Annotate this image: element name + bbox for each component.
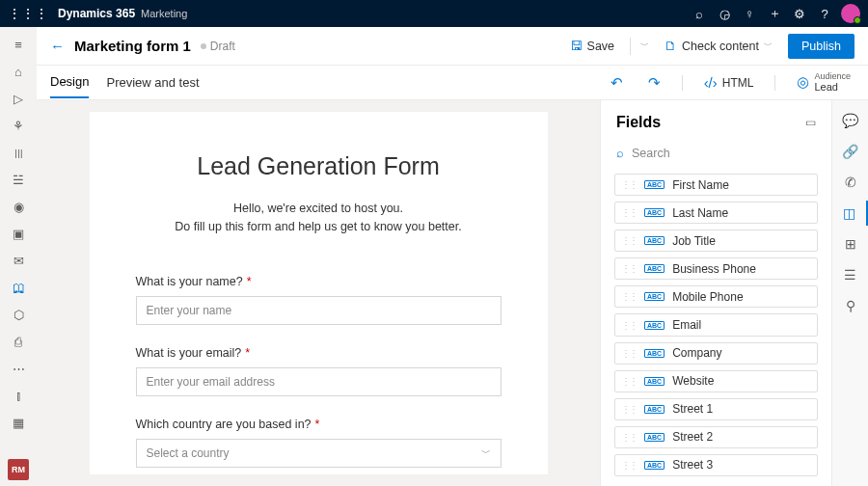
- status-badge: Draft: [201, 40, 235, 53]
- check-content-button[interactable]: 🗋Check content﹀: [659, 35, 778, 57]
- intro-line-1: Hello, we're excited to host you.: [136, 200, 502, 218]
- field-item[interactable]: ⋮⋮ABCStreet 3: [614, 454, 818, 476]
- home-icon[interactable]: ⌂: [5, 60, 32, 83]
- field-type-badge: ABC: [644, 180, 665, 189]
- field-item-label: Street 1: [672, 402, 713, 416]
- mail-icon[interactable]: ✉: [5, 249, 32, 272]
- elements-icon[interactable]: ◫: [833, 201, 868, 226]
- brand-name: Dynamics 365: [58, 7, 135, 20]
- field-item[interactable]: ⋮⋮ABCCompany: [614, 342, 818, 364]
- chevron-down-icon: ﹀: [764, 40, 773, 52]
- drag-handle-icon: ⋮⋮: [621, 460, 637, 471]
- chat-icon[interactable]: 💬: [838, 108, 863, 133]
- drag-handle-icon: ⋮⋮: [621, 432, 637, 443]
- task-icon[interactable]: ◶: [712, 7, 737, 21]
- field-type-badge: ABC: [644, 433, 665, 442]
- check-label: Check content: [682, 40, 759, 53]
- form-canvas[interactable]: Lead Generation Form Hello, we're excite…: [90, 112, 548, 474]
- audience-label: Audience: [814, 72, 851, 82]
- settings-icon[interactable]: ⚙: [787, 7, 812, 21]
- save-label: Save: [587, 40, 615, 53]
- attach-icon[interactable]: ⚲: [838, 293, 863, 318]
- form-settings-icon[interactable]: ▭: [805, 116, 816, 129]
- field-item-label: Job Title: [672, 234, 716, 248]
- app-launcher-icon[interactable]: ⋮⋮⋮: [8, 6, 48, 21]
- code-icon: ‹/›: [704, 74, 718, 91]
- save-dropdown[interactable]: ﹀: [640, 40, 649, 52]
- name-input[interactable]: Enter your name: [136, 296, 502, 325]
- field-item[interactable]: ⋮⋮ABCEmail: [614, 313, 818, 336]
- field-label: What is your email?: [136, 346, 242, 360]
- field-item-label: Mobile Phone: [672, 290, 743, 304]
- save-button[interactable]: 🖫Save: [564, 35, 621, 57]
- check-icon: 🗋: [665, 39, 677, 53]
- field-item[interactable]: ⋮⋮ABCStreet 2: [614, 426, 818, 448]
- forms-icon[interactable]: 🕮: [5, 276, 32, 299]
- link-icon[interactable]: 🔗: [838, 139, 863, 164]
- global-topbar: ⋮⋮⋮ Dynamics 365 Marketing ⌕ ◶ ♀ ＋ ⚙ ?: [0, 0, 868, 27]
- publish-button[interactable]: Publish: [788, 34, 854, 59]
- area-switcher[interactable]: RM: [8, 459, 29, 480]
- field-email[interactable]: What is your email?* Enter your email ad…: [136, 346, 502, 396]
- search-icon: ⌕: [616, 147, 624, 160]
- field-item[interactable]: ⋮⋮ABCWebsite: [614, 370, 818, 392]
- audience-button[interactable]: ◎ AudienceLead: [793, 72, 854, 94]
- field-name[interactable]: What is your name?* Enter your name: [136, 275, 502, 325]
- fields-panel: Fields ▭ ⌕ Search ⋮⋮ABCFirst Name⋮⋮ABCLa…: [600, 100, 831, 486]
- field-item[interactable]: ⋮⋮ABCFirst Name: [614, 174, 818, 196]
- fields-search[interactable]: ⌕ Search: [614, 143, 818, 164]
- chevron-down-icon: ﹀: [481, 446, 491, 460]
- intro-line-2: Do fill up this form and help us get to …: [136, 218, 502, 236]
- app-area: Marketing: [141, 8, 187, 19]
- journey-icon[interactable]: ⚘: [5, 114, 32, 137]
- command-bar: ← Marketing form 1 Draft 🖫Save ﹀ 🗋Check …: [37, 27, 868, 66]
- add-element-icon[interactable]: ⊞: [838, 231, 863, 256]
- tab-preview[interactable]: Preview and test: [106, 68, 199, 97]
- field-item[interactable]: ⋮⋮ABCStreet 1: [614, 398, 818, 420]
- add-icon[interactable]: ＋: [762, 5, 787, 22]
- tab-design[interactable]: Design: [50, 67, 89, 98]
- email-input[interactable]: Enter your email address: [136, 367, 502, 396]
- tab-bar: Design Preview and test ↶ ↷ ‹/›HTML ◎ Au…: [37, 66, 868, 100]
- back-button[interactable]: ←: [50, 38, 65, 54]
- drag-handle-icon: ⋮⋮: [621, 179, 637, 190]
- field-label: What is your name?: [136, 275, 243, 288]
- field-item[interactable]: ⋮⋮ABCJob Title: [614, 230, 818, 252]
- asset-icon[interactable]: ▦: [5, 411, 32, 434]
- assistant-icon[interactable]: ♀: [737, 7, 762, 21]
- required-indicator: *: [315, 418, 320, 431]
- analytics-icon[interactable]: ⫼: [5, 141, 32, 164]
- field-item[interactable]: ⋮⋮ABCBusiness Phone: [614, 257, 818, 280]
- drag-handle-icon: ⋮⋮: [621, 404, 637, 415]
- play-icon[interactable]: ▷: [5, 87, 32, 110]
- library-icon[interactable]: ⎙: [5, 330, 32, 353]
- field-country[interactable]: Which country are you based in?* Select …: [136, 418, 502, 468]
- redo-button[interactable]: ↷: [644, 74, 665, 92]
- form-heading: Lead Generation Form: [136, 152, 502, 180]
- fields-list: ⋮⋮ABCFirst Name⋮⋮ABCLast Name⋮⋮ABCJob Ti…: [601, 174, 831, 486]
- avatar[interactable]: [841, 4, 860, 23]
- drag-handle-icon: ⋮⋮: [621, 207, 637, 218]
- drag-handle-icon: ⋮⋮: [621, 291, 637, 302]
- field-item[interactable]: ⋮⋮ABCMobile Phone: [614, 285, 818, 308]
- filter-icon[interactable]: ☱: [5, 168, 32, 191]
- report-icon[interactable]: ⫿: [5, 384, 32, 407]
- field-item[interactable]: ⋮⋮ABCLast Name: [614, 202, 818, 224]
- field-type-badge: ABC: [644, 264, 665, 273]
- phone-icon[interactable]: ✆: [838, 170, 863, 195]
- field-label: Which country are you based in?: [136, 418, 312, 431]
- list-icon[interactable]: ☰: [838, 262, 863, 287]
- push-icon[interactable]: ⬡: [5, 303, 32, 326]
- search-icon[interactable]: ⌕: [687, 7, 712, 21]
- globe-icon[interactable]: ◉: [5, 195, 32, 218]
- audience-value: Lead: [814, 81, 837, 93]
- menu-icon[interactable]: ≡: [5, 33, 32, 56]
- html-button[interactable]: ‹/›HTML: [700, 74, 758, 91]
- segment-icon[interactable]: ▣: [5, 222, 32, 245]
- undo-button[interactable]: ↶: [607, 74, 627, 92]
- country-select[interactable]: Select a country﹀: [136, 439, 502, 468]
- more-icon[interactable]: ⋯: [5, 357, 32, 380]
- field-item-label: Last Name: [672, 206, 728, 220]
- help-icon[interactable]: ?: [812, 7, 837, 21]
- separator: [630, 38, 631, 55]
